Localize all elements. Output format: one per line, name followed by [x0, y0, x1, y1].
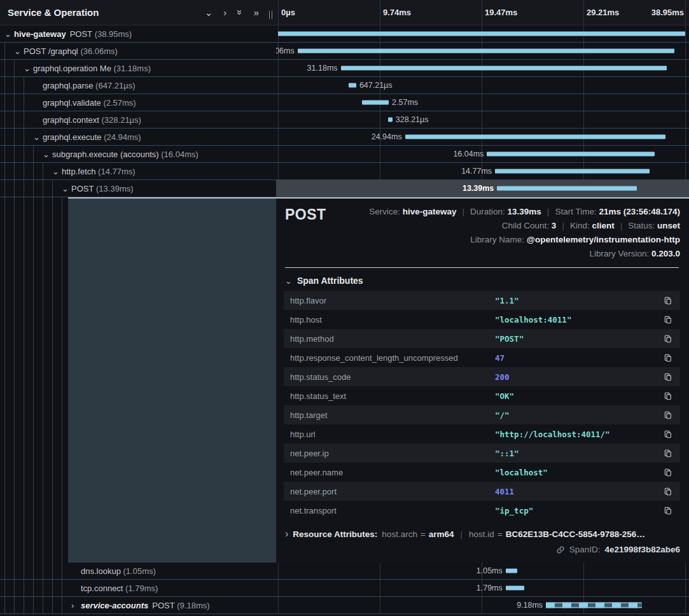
- span-row[interactable]: ›service-accountsPOST (9.18ms)9.18ms: [0, 597, 689, 614]
- span-row[interactable]: tcp.connect (1.79ms)1.79ms: [0, 580, 689, 597]
- copy-icon[interactable]: [661, 295, 675, 307]
- overview-value: 3: [552, 221, 557, 230]
- span-bar[interactable]: [388, 118, 392, 122]
- span-row[interactable]: ⌄graphql.operation Me (31.18ms)31.18ms: [0, 60, 689, 77]
- span-id-label: SpanID:: [569, 545, 601, 554]
- span-duration-label: 2.57ms: [392, 94, 418, 111]
- span-detail-panel: POST Service: hive-gateway|Duration: 13.…: [276, 197, 689, 563]
- span-row[interactable]: graphql.context (328.21µs)328.21µs: [0, 111, 689, 129]
- expand-chevron-icon[interactable]: ›: [71, 601, 81, 610]
- span-timeline-cell: 24.94ms: [276, 129, 689, 145]
- span-attributes-header[interactable]: ⌄ Span Attributes: [285, 276, 680, 286]
- service-name: service-accounts: [81, 601, 148, 610]
- span-bar[interactable]: [349, 83, 356, 88]
- operation-name: POST /graphql: [24, 46, 78, 56]
- span-row[interactable]: ⌄POST (13.39ms)13.39ms: [0, 180, 689, 197]
- copy-icon[interactable]: [661, 486, 675, 498]
- span-bar[interactable]: [506, 569, 517, 573]
- timeline-track: 647.21µs: [278, 77, 685, 94]
- chevron-right-icon[interactable]: ›: [223, 8, 226, 17]
- operation-name: dns.lookup: [81, 566, 121, 576]
- span-attributes-title: Span Attributes: [297, 276, 363, 286]
- double-chevron-right-icon[interactable]: »: [254, 8, 259, 17]
- span-row[interactable]: ⌄graphql.execute (24.94ms)24.94ms: [0, 129, 689, 146]
- timeline-track: 24.94ms: [278, 129, 685, 145]
- span-duration-label: 1.05ms: [477, 563, 503, 579]
- trace-viewer: Service & Operation ⌄›»» 0µs9.74ms19.47m…: [0, 0, 689, 616]
- link-icon[interactable]: [556, 545, 565, 554]
- attribute-value: "OK": [495, 391, 661, 401]
- panel-resizer-handle[interactable]: [269, 11, 272, 19]
- span-row[interactable]: ⌄hive-gatewayPOST (38.95ms)38.95ms: [0, 25, 689, 43]
- span-row[interactable]: graphql.validate (2.57ms)2.57ms: [0, 94, 689, 111]
- copy-icon[interactable]: [661, 409, 675, 421]
- overview-value: @opentelemetry/instrumentation-http: [527, 235, 680, 244]
- span-row[interactable]: graphql.parse (647.21µs)647.21µs: [0, 77, 689, 94]
- span-timeline-cell: 14.77ms: [276, 163, 689, 179]
- span-id-row: SpanID: 4e21998f3b82abe6: [284, 545, 680, 554]
- collapse-chevron-icon[interactable]: ⌄: [33, 133, 43, 141]
- copy-icon[interactable]: [661, 390, 675, 402]
- collapse-chevron-icon[interactable]: ⌄: [52, 167, 62, 176]
- span-row[interactable]: ⌄subgraph.execute (accounts) (16.04ms)16…: [0, 146, 689, 163]
- span-row[interactable]: dns.lookup (1.05ms)1.05ms: [0, 563, 689, 580]
- resource-attributes-row[interactable]: › Resource Attributes: host.arch=arm64|h…: [285, 529, 680, 539]
- span-bar[interactable]: [497, 186, 637, 191]
- double-chevron-down-icon[interactable]: »: [235, 10, 245, 15]
- span-bar[interactable]: [506, 586, 524, 591]
- span-bar[interactable]: [546, 603, 642, 608]
- attribute-row: http.url"http://localhost:4011/": [284, 424, 680, 444]
- operation-name: http.fetch: [62, 167, 95, 176]
- chevron-right-icon: ›: [285, 529, 288, 539]
- collapse-chevron-icon[interactable]: ⌄: [24, 64, 33, 73]
- ruler-tick: 0µs: [278, 0, 295, 25]
- copy-icon[interactable]: [661, 428, 675, 440]
- copy-icon[interactable]: [661, 352, 675, 364]
- span-timeline-cell: 13.39ms: [276, 180, 689, 197]
- chevron-down-icon[interactable]: ⌄: [205, 8, 213, 17]
- span-duration-label: 14.77ms: [461, 163, 492, 179]
- equals-sign: =: [498, 529, 503, 539]
- attribute-key: net.peer.port: [290, 487, 495, 496]
- span-duration-label: 328.21µs: [396, 111, 429, 128]
- attribute-row: http.host"localhost:4011": [284, 310, 680, 329]
- copy-icon[interactable]: [661, 314, 675, 326]
- ruler-tick: 38.95ms: [651, 0, 685, 25]
- attribute-value: "::1": [495, 449, 661, 458]
- span-bar[interactable]: [278, 32, 685, 36]
- attribute-key: http.status_code: [290, 372, 495, 382]
- timeline-ruler: 0µs9.74ms19.47ms29.21ms38.95ms: [276, 0, 689, 25]
- collapse-chevron-icon[interactable]: ⌄: [62, 185, 71, 193]
- resource-value: arm64: [429, 529, 454, 539]
- span-row[interactable]: ⌄http.fetch (14.77ms)14.77ms: [0, 163, 689, 180]
- collapse-chevron-icon[interactable]: ⌄: [14, 47, 24, 55]
- copy-icon[interactable]: [661, 371, 675, 383]
- collapse-chevron-icon[interactable]: ⌄: [43, 150, 52, 158]
- operation-name: POST: [152, 601, 174, 610]
- attribute-value: 200: [495, 372, 661, 382]
- operation-name: graphql.execute: [43, 132, 102, 142]
- copy-icon[interactable]: [661, 447, 675, 459]
- span-bar[interactable]: [362, 101, 389, 105]
- span-row-label: ⌄POST (13.39ms): [0, 180, 276, 197]
- attribute-row: net.peer.port4011: [284, 482, 680, 501]
- copy-icon[interactable]: [661, 466, 675, 479]
- span-bar[interactable]: [495, 169, 650, 174]
- resource-attributes-title: Resource Attributes:: [293, 529, 377, 539]
- copy-icon[interactable]: [661, 505, 675, 517]
- span-attributes-table: http.flavor"1.1"http.host"localhost:4011…: [284, 291, 680, 520]
- span-bar[interactable]: [341, 66, 667, 71]
- attribute-row: net.transport"ip_tcp": [284, 501, 680, 520]
- operation-duration: (328.21µs): [99, 115, 141, 125]
- span-bar[interactable]: [487, 152, 655, 157]
- attribute-key: net.peer.name: [290, 468, 495, 477]
- span-row[interactable]: ⌄POST /graphql (36.06ms)36.06ms: [0, 43, 689, 60]
- selected-span-block[interactable]: [68, 197, 276, 563]
- copy-icon[interactable]: [661, 333, 675, 345]
- span-bar[interactable]: [405, 135, 666, 139]
- span-row-label: graphql.parse (647.21µs): [0, 77, 276, 94]
- timeline-track: 31.18ms: [278, 60, 685, 76]
- collapse-chevron-icon[interactable]: ⌄: [4, 30, 14, 38]
- attribute-key: http.host: [290, 315, 495, 325]
- span-bar[interactable]: [298, 49, 675, 53]
